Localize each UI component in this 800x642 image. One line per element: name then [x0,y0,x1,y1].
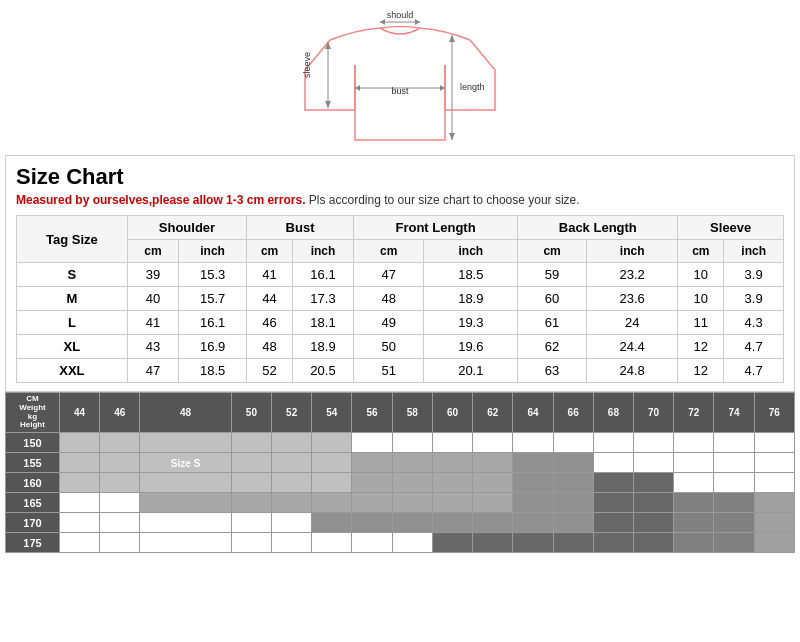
wc-cell [312,453,352,473]
wc-row: 155Size S [6,453,795,473]
wc-cell [674,453,714,473]
note-black: Pls according to our size chart to choos… [309,193,580,207]
wc-weight-header: 74 [714,393,754,433]
size-label: S [17,263,128,287]
wc-cell [674,533,714,553]
wc-cell [674,473,714,493]
wc-cell [272,493,312,513]
wc-cell [674,513,714,533]
wc-cell [432,453,472,473]
unit-fl-in: inch [424,240,518,263]
wc-cell [432,473,472,493]
wc-cell [352,473,392,493]
wc-row: 170 [6,513,795,533]
wc-cell [432,513,472,533]
unit-shoulder-cm: cm [127,240,178,263]
wc-cell [513,533,553,553]
unit-fl-cm: cm [353,240,424,263]
wc-cell [59,433,99,453]
col-front-length: Front Length [353,216,517,240]
unit-sl-cm: cm [678,240,724,263]
wc-cell [392,473,432,493]
wc-cell [352,493,392,513]
wc-cell [140,533,231,553]
wc-cell [473,473,513,493]
weight-chart: CMWeightkgHeight444648505254565860626466… [5,392,795,553]
wc-cell [593,473,633,493]
wc-cell [634,473,674,493]
size-label: L [17,311,128,335]
wc-cell [674,433,714,453]
wc-weight-header: 66 [553,393,593,433]
table-row: S 39 15.3 41 16.1 47 18.5 59 23.2 10 3.9 [17,263,784,287]
wc-cell [634,533,674,553]
wc-cell [634,433,674,453]
wc-cell [553,433,593,453]
unit-bust-in: inch [293,240,354,263]
wc-cell [593,533,633,553]
unit-sl-in: inch [724,240,784,263]
wc-cell [272,453,312,473]
wc-cell [714,493,754,513]
wc-cell [432,433,472,453]
wc-height-label: 175 [6,533,60,553]
wc-cell [473,513,513,533]
size-chart-section: Size Chart Measured by ourselves,please … [5,155,795,392]
wc-cell [473,453,513,473]
wc-cell [392,453,432,473]
wc-cell [352,513,392,533]
wc-cell [392,493,432,513]
wc-cell [714,453,754,473]
wc-cell [714,473,754,493]
wc-cell [634,453,674,473]
wc-cell [312,473,352,493]
wc-weight-header: 76 [754,393,794,433]
shirt-diagram: should bust length sleeve [300,10,500,150]
wc-height-label: 170 [6,513,60,533]
wc-cell [674,493,714,513]
wc-cell [754,453,794,473]
wc-cell [513,453,553,473]
wc-cell [513,513,553,533]
wc-cell [593,493,633,513]
wc-cell [312,493,352,513]
wc-cell [100,513,140,533]
wc-weight-header: 48 [140,393,231,433]
wc-cell [593,453,633,473]
wc-cell [312,433,352,453]
wc-cell [272,513,312,533]
wc-weight-header: 70 [634,393,674,433]
wc-cell [59,533,99,553]
table-row: XXL 47 18.5 52 20.5 51 20.1 63 24.8 12 4… [17,359,784,383]
diagram-section: should bust length sleeve [0,0,800,155]
wc-cell [754,513,794,533]
wc-cell [553,473,593,493]
size-label: XL [17,335,128,359]
wc-weight-header: 64 [513,393,553,433]
wc-row: 175 [6,533,795,553]
wc-weight-header: 62 [473,393,513,433]
table-row: M 40 15.7 44 17.3 48 18.9 60 23.6 10 3.9 [17,287,784,311]
note-red: Measured by ourselves,please allow 1-3 c… [16,193,305,207]
unit-shoulder-in: inch [179,240,247,263]
weight-chart-section: CMWeightkgHeight444648505254565860626466… [5,392,795,553]
wc-cell [714,433,754,453]
wc-cell [634,493,674,513]
wc-cell: Size S [140,453,231,473]
wc-weight-header: 52 [272,393,312,433]
svg-text:length: length [460,82,485,92]
wc-cell [140,473,231,493]
wc-cell [473,493,513,513]
wc-height-label: 150 [6,433,60,453]
wc-row: 150 [6,433,795,453]
col-tag-size: Tag Size [17,216,128,263]
wc-cell [100,493,140,513]
wc-row: 160 [6,473,795,493]
wc-cell [352,453,392,473]
wc-cell [634,513,674,533]
wc-cell [513,433,553,453]
size-label: XXL [17,359,128,383]
wc-cell [272,433,312,453]
wc-weight-header: 46 [100,393,140,433]
wc-cell [140,493,231,513]
